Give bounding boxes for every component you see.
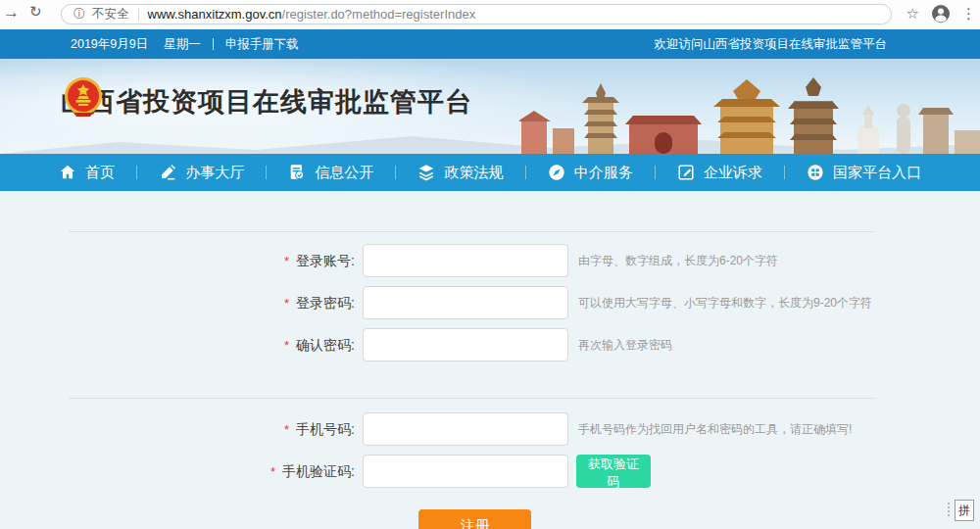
required-marker: * [270, 464, 275, 479]
topbar-divider [213, 38, 214, 50]
pen-icon [159, 164, 176, 181]
national-emblem-logo [61, 74, 106, 120]
forward-icon[interactable]: → [3, 3, 20, 23]
profile-icon[interactable] [931, 4, 951, 27]
sms-code-label: *手机验证码: [0, 455, 355, 489]
register-button[interactable]: 注册 [418, 509, 531, 529]
password-label: *登录密码: [0, 286, 355, 320]
ime-grip [948, 503, 950, 518]
phone-hint: 手机号码作为找回用户名和密码的工具，请正确填写! [578, 412, 852, 446]
nav-divider [395, 166, 396, 179]
ime-indicator[interactable]: 拼 [955, 500, 974, 521]
nav-divider [525, 166, 526, 179]
confirm-password-label: *确认密码: [0, 328, 355, 362]
home-icon [59, 164, 76, 181]
reload-icon[interactable]: ↻ [29, 3, 42, 21]
url-path: /register.do?method=registerIndex [282, 7, 476, 22]
registration-form: *登录账号: 由字母、数字组成，长度为6-20个字符 *登录密码: 可以使用大写… [0, 191, 980, 529]
main-nav: 首页 办事大厅 信息公开 政策法规 中介服务 [0, 154, 980, 191]
sms-code-input[interactable] [363, 455, 568, 488]
nav-divider [655, 166, 656, 179]
nav-item-intermediary[interactable]: 中介服务 [548, 164, 633, 182]
section-divider [69, 398, 875, 399]
not-secure-label: 不安全 [92, 6, 129, 23]
phone-label: *手机号码: [0, 412, 355, 447]
nav-divider [136, 166, 137, 179]
nav-label: 首页 [85, 164, 115, 182]
document-check-icon [288, 164, 306, 181]
nav-item-home[interactable]: 首页 [59, 164, 115, 182]
required-marker: * [284, 422, 289, 437]
nav-item-policies[interactable]: 政策法规 [417, 164, 503, 182]
manual-download-link[interactable]: 申报手册下载 [225, 36, 299, 53]
bookmark-star-icon[interactable]: ☆ [906, 5, 919, 23]
cityscape-illustration [519, 68, 980, 154]
password-hint: 可以使用大写字母、小写字母和数字，长度为9-20个字符 [578, 286, 872, 319]
welcome-text: 欢迎访问山西省投资项目在线审批监管平台 [655, 36, 888, 53]
url-host: www.shanxitzxm.gov.cn [148, 7, 282, 22]
nav-label: 中介服务 [574, 164, 633, 182]
site-banner: 山西省投资项目在线审批监管平台 [0, 59, 980, 154]
browser-menu-icon[interactable]: ⋮ [961, 5, 976, 23]
compass-icon [548, 164, 565, 181]
confirm-password-hint: 再次输入登录密码 [578, 328, 672, 361]
top-info-bar: 2019年9月9日 星期一 申报手册下载 欢迎访问山西省投资项目在线审批监管平台 [0, 29, 980, 59]
form-row-password: *登录密码: 可以使用大写字母、小写字母和数字，长度为9-20个字符 [0, 286, 980, 319]
required-marker: * [284, 296, 289, 311]
login-account-input[interactable] [363, 244, 568, 277]
nav-label: 政策法规 [444, 164, 503, 182]
form-row-confirm-password: *确认密码: 再次输入登录密码 [0, 328, 980, 361]
nav-label: 信息公开 [315, 164, 373, 182]
layers-icon [417, 164, 435, 181]
form-row-sms-code: *手机验证码: 获取验证码 [0, 455, 980, 488]
section-divider [69, 231, 875, 232]
account-hint: 由字母、数字组成，长度为6-20个字符 [578, 244, 778, 277]
form-row-account: *登录账号: 由字母、数字组成，长度为6-20个字符 [0, 244, 980, 277]
browser-window: → ↻ ⓘ 不安全 www.shanxitzxm.gov.cn/register… [0, 0, 980, 529]
nav-item-service-hall[interactable]: 办事大厅 [159, 164, 244, 182]
nav-label: 企业诉求 [704, 164, 762, 182]
nav-divider [266, 166, 267, 179]
nav-item-enterprise-appeal[interactable]: 企业诉求 [677, 164, 762, 182]
required-marker: * [284, 254, 289, 268]
login-password-input[interactable] [363, 286, 568, 319]
browser-toolbar: → ↻ ⓘ 不安全 www.shanxitzxm.gov.cn/register… [0, 0, 980, 29]
grid-icon [807, 164, 824, 181]
current-date: 2019年9月9日 [71, 36, 148, 53]
edit-square-icon [677, 164, 695, 181]
page-title: 山西省投资项目在线审批监管平台 [61, 84, 472, 120]
nav-label: 办事大厅 [185, 164, 244, 182]
account-label: *登录账号: [0, 244, 355, 278]
nav-divider [784, 166, 785, 179]
get-code-button[interactable]: 获取验证码 [576, 455, 651, 488]
address-bar[interactable]: ⓘ 不安全 www.shanxitzxm.gov.cn/register.do?… [61, 4, 892, 24]
omnibox-divider [138, 8, 139, 21]
site-brand: 山西省投资项目在线审批监管平台 [61, 84, 472, 120]
required-marker: * [284, 338, 289, 353]
phone-number-input[interactable] [363, 412, 568, 446]
nav-item-information[interactable]: 信息公开 [288, 164, 373, 182]
nav-item-national-platform[interactable]: 国家平台入口 [807, 164, 921, 182]
confirm-password-input[interactable] [363, 328, 568, 361]
info-icon[interactable]: ⓘ [74, 6, 85, 23]
form-row-phone: *手机号码: 手机号码作为找回用户名和密码的工具，请正确填写! [0, 412, 980, 446]
current-weekday: 星期一 [164, 36, 201, 53]
nav-label: 国家平台入口 [833, 164, 921, 182]
